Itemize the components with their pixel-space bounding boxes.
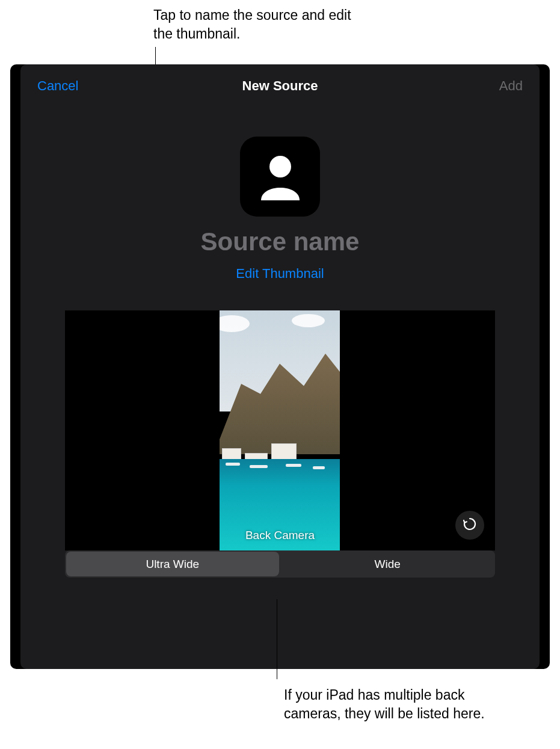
segment-ultra-wide[interactable]: Ultra Wide (66, 552, 279, 576)
modal-title: New Source (242, 78, 318, 94)
documentation-figure: Tap to name the source and edit the thum… (0, 0, 560, 749)
cancel-button[interactable]: Cancel (37, 64, 78, 108)
svg-point-0 (269, 156, 291, 177)
segment-wide[interactable]: Wide (282, 552, 494, 576)
leader-line (277, 599, 277, 679)
camera-label: Back Camera (65, 529, 495, 542)
preview-image (220, 310, 340, 550)
device-frame: Cancel New Source Add Source name Edit T… (10, 64, 550, 669)
camera-preview: Back Camera (65, 310, 495, 550)
flip-camera-button[interactable] (455, 511, 484, 540)
callout-top: Tap to name the source and edit the thum… (153, 6, 370, 43)
navigation-bar: Cancel New Source Add (20, 64, 540, 108)
add-button[interactable]: Add (499, 64, 523, 108)
callout-bottom: If your iPad has multiple back cameras, … (284, 686, 500, 723)
source-name-field[interactable]: Source name (20, 227, 540, 256)
person-icon (259, 153, 302, 200)
flip-camera-icon (461, 516, 478, 535)
thumbnail-placeholder[interactable] (240, 137, 320, 217)
edit-thumbnail-button[interactable]: Edit Thumbnail (20, 266, 540, 282)
modal-sheet: Cancel New Source Add Source name Edit T… (20, 64, 540, 669)
camera-lens-segmented-control: Ultra Wide Wide (65, 550, 495, 578)
